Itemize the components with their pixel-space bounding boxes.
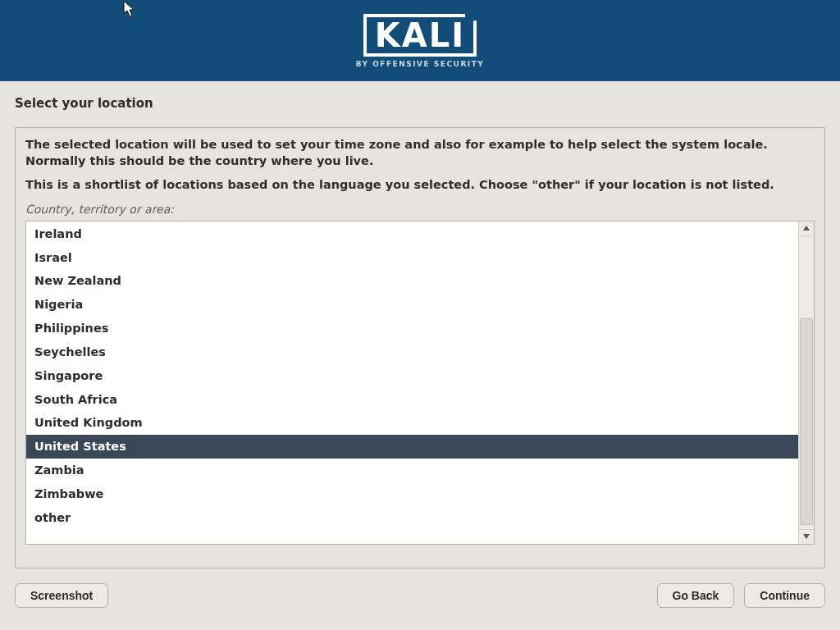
chevron-down-icon: [803, 534, 810, 539]
chevron-up-icon: [803, 226, 810, 231]
list-item[interactable]: United Kingdom: [26, 411, 798, 435]
header-banner: KALI BY OFFENSIVE SECURITY: [0, 0, 840, 81]
list-item[interactable]: Israel: [26, 246, 798, 270]
footer: Screenshot Go Back Continue: [15, 583, 825, 608]
footer-right-group: Go Back Continue: [657, 583, 825, 608]
list-item[interactable]: United States: [26, 435, 798, 459]
list-item[interactable]: Singapore: [26, 364, 798, 388]
list-item[interactable]: Seychelles: [26, 340, 798, 364]
country-list[interactable]: IrelandIsraelNew ZealandNigeriaPhilippin…: [26, 221, 798, 544]
list-item[interactable]: Nigeria: [26, 293, 798, 317]
list-item[interactable]: other: [26, 506, 798, 530]
page-title: Select your location: [15, 96, 825, 111]
kali-logo-text: KALI: [375, 19, 465, 52]
scroll-thumb[interactable]: [800, 318, 813, 525]
list-item[interactable]: New Zealand: [26, 269, 798, 293]
page-body: Select your location The selected locati…: [0, 81, 840, 619]
list-item[interactable]: Zambia: [26, 459, 798, 482]
screenshot-button[interactable]: Screenshot: [15, 583, 108, 608]
scrollbar[interactable]: [798, 221, 814, 544]
svg-marker-2: [803, 534, 810, 539]
list-item[interactable]: Philippines: [26, 317, 798, 340]
svg-marker-1: [803, 226, 810, 231]
kali-logo-frame: KALI: [363, 14, 477, 57]
go-back-button[interactable]: Go Back: [657, 583, 735, 608]
explain-text-1: The selected location will be used to se…: [25, 137, 815, 169]
scroll-down-button[interactable]: [799, 529, 814, 544]
scroll-up-button[interactable]: [799, 221, 814, 236]
list-item[interactable]: Ireland: [26, 222, 798, 246]
list-item[interactable]: Zimbabwe: [26, 482, 798, 506]
kali-logo-tagline: BY OFFENSIVE SECURITY: [356, 60, 485, 68]
content-panel: The selected location will be used to se…: [15, 127, 825, 568]
field-label: Country, territory or area:: [25, 203, 815, 216]
continue-button[interactable]: Continue: [744, 583, 825, 608]
scroll-track[interactable]: [799, 236, 814, 529]
country-listbox[interactable]: IrelandIsraelNew ZealandNigeriaPhilippin…: [25, 221, 815, 545]
kali-logo: KALI BY OFFENSIVE SECURITY: [356, 14, 485, 68]
explain-text-2: This is a shortlist of locations based o…: [25, 177, 815, 194]
list-item[interactable]: South Africa: [26, 388, 798, 412]
